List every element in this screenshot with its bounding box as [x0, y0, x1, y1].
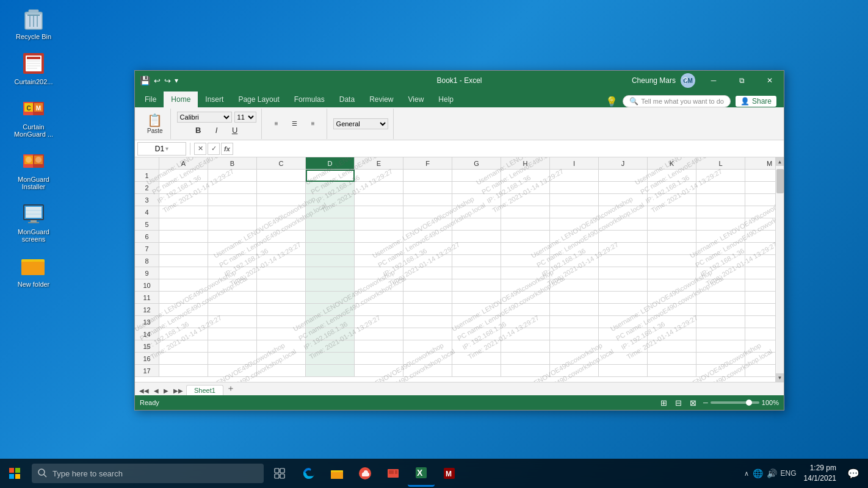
cell-M2[interactable] — [745, 182, 775, 194]
cell-K4[interactable] — [648, 206, 696, 218]
cell-B12[interactable] — [208, 304, 257, 316]
cell-G1[interactable] — [452, 170, 501, 182]
cell-B3[interactable] — [208, 194, 257, 206]
cell-A3[interactable] — [159, 194, 208, 206]
cell-G14[interactable] — [452, 328, 501, 340]
cell-H15[interactable] — [501, 340, 550, 353]
row-header-13[interactable]: 13 — [135, 316, 159, 328]
cell-K9[interactable] — [648, 267, 696, 279]
cell-J14[interactable] — [599, 328, 648, 340]
cell-H7[interactable] — [501, 243, 550, 255]
cell-E10[interactable] — [355, 279, 403, 292]
cell-G16[interactable] — [452, 353, 501, 365]
cell-G13[interactable] — [452, 316, 501, 328]
bold-btn[interactable]: B — [190, 124, 207, 136]
cell-I5[interactable] — [550, 218, 599, 231]
tab-home[interactable]: Home — [164, 92, 198, 107]
cell-A16[interactable] — [159, 353, 208, 365]
cell-J8[interactable] — [599, 255, 648, 267]
col-header-a[interactable]: A — [159, 157, 208, 170]
font-family-select[interactable]: Calibri — [177, 112, 232, 123]
cell-H10[interactable] — [501, 279, 550, 292]
cell-H8[interactable] — [501, 255, 550, 267]
cell-K2[interactable] — [648, 182, 696, 194]
taskbar-app4-icon[interactable] — [380, 460, 407, 487]
col-header-i[interactable]: I — [550, 157, 599, 170]
cell-F1[interactable] — [403, 170, 452, 182]
cell-L3[interactable] — [696, 194, 745, 206]
cell-E17[interactable] — [355, 365, 403, 377]
cell-J3[interactable] — [599, 194, 648, 206]
cell-E15[interactable] — [355, 340, 403, 353]
cell-C11[interactable] — [257, 292, 306, 304]
cell-M3[interactable] — [745, 194, 775, 206]
cell-G4[interactable] — [452, 206, 501, 218]
sheet-nav-first[interactable]: ◀◀ — [137, 386, 151, 395]
cell-D15[interactable] — [306, 340, 355, 353]
cell-J11[interactable] — [599, 292, 648, 304]
cell-K14[interactable] — [648, 328, 696, 340]
row-header-14[interactable]: 14 — [135, 328, 159, 340]
volume-icon[interactable]: 🔊 — [767, 468, 777, 478]
row-header-12[interactable]: 12 — [135, 304, 159, 316]
tab-data[interactable]: Data — [332, 92, 362, 107]
cell-H9[interactable] — [501, 267, 550, 279]
cell-M10[interactable] — [745, 279, 775, 292]
cell-A7[interactable] — [159, 243, 208, 255]
cell-G17[interactable] — [452, 365, 501, 377]
cell-E5[interactable] — [355, 218, 403, 231]
cell-E2[interactable] — [355, 182, 403, 194]
col-header-k[interactable]: K — [648, 157, 696, 170]
cell-E12[interactable] — [355, 304, 403, 316]
cell-C12[interactable] — [257, 304, 306, 316]
tell-me-input[interactable]: 🔍 Tell me what you want to do — [623, 95, 731, 107]
tab-file[interactable]: File — [137, 92, 164, 107]
desktop-icon-recycle-bin[interactable]: Recycle Bin — [9, 6, 58, 40]
cell-G15[interactable] — [452, 340, 501, 353]
col-header-b[interactable]: B — [208, 157, 257, 170]
cell-I13[interactable] — [550, 316, 599, 328]
row-header-9[interactable]: 9 — [135, 267, 159, 279]
system-clock[interactable]: 1:29 pm 14/1/2021 — [799, 463, 841, 484]
normal-view-btn[interactable]: ⊞ — [657, 396, 670, 409]
cell-D17[interactable] — [306, 365, 355, 377]
cell-K17[interactable] — [648, 365, 696, 377]
cell-F6[interactable] — [403, 231, 452, 243]
paste-btn[interactable]: 📋 Paste — [145, 112, 165, 135]
title-undo-icon[interactable]: ↩ — [154, 76, 161, 85]
scrollbar-track[interactable] — [776, 166, 784, 373]
cell-F12[interactable] — [403, 304, 452, 316]
page-layout-view-btn[interactable]: ⊟ — [671, 396, 685, 409]
desktop-icon-monguard-screens[interactable]: MonGuard screens — [9, 201, 58, 243]
cell-F9[interactable] — [403, 267, 452, 279]
cell-B11[interactable] — [208, 292, 257, 304]
tab-view[interactable]: View — [401, 92, 432, 107]
cell-A17[interactable] — [159, 365, 208, 377]
cell-K5[interactable] — [648, 218, 696, 231]
cell-I11[interactable] — [550, 292, 599, 304]
taskbar-edge-icon[interactable] — [295, 460, 322, 487]
cell-C14[interactable] — [257, 328, 306, 340]
cell-F2[interactable] — [403, 182, 452, 194]
italic-btn[interactable]: I — [208, 124, 225, 136]
cell-D13[interactable] — [306, 316, 355, 328]
cell-H11[interactable] — [501, 292, 550, 304]
page-break-view-btn[interactable]: ⊠ — [686, 396, 700, 409]
tab-formulas[interactable]: Formulas — [287, 92, 332, 107]
cell-H14[interactable] — [501, 328, 550, 340]
cell-D4[interactable] — [306, 206, 355, 218]
taskbar-excel-icon[interactable]: X — [408, 460, 435, 487]
number-format-select[interactable]: General — [333, 118, 388, 129]
cell-H16[interactable] — [501, 353, 550, 365]
add-sheet-btn[interactable]: ＋ — [225, 382, 237, 395]
cell-M6[interactable] — [745, 231, 775, 243]
cell-H17[interactable] — [501, 365, 550, 377]
cell-L8[interactable] — [696, 255, 745, 267]
cell-M12[interactable] — [745, 304, 775, 316]
cell-I15[interactable] — [550, 340, 599, 353]
cell-I9[interactable] — [550, 267, 599, 279]
title-more-icon[interactable]: ▾ — [175, 76, 178, 85]
row-header-7[interactable]: 7 — [135, 243, 159, 255]
cell-K10[interactable] — [648, 279, 696, 292]
cell-D8[interactable] — [306, 255, 355, 267]
